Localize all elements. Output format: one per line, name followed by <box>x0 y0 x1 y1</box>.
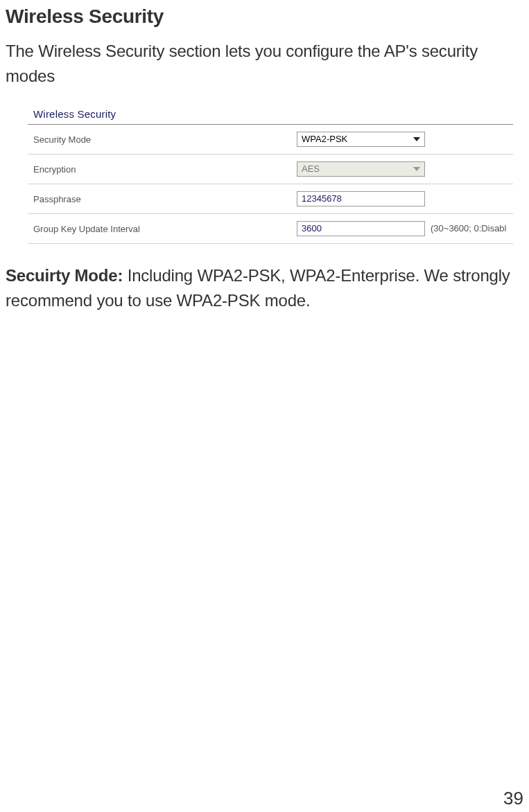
security-mode-label-bold: Secuirty Mode: <box>6 266 128 285</box>
select-encryption-value: AES <box>302 164 320 174</box>
input-passphrase[interactable]: 12345678 <box>297 191 425 206</box>
select-encryption: AES <box>297 161 425 177</box>
page-title: Wireless Security <box>6 6 529 28</box>
hint-group-key: (30~3600; 0:Disabl <box>431 223 507 233</box>
input-group-key[interactable]: 3600 <box>297 221 425 236</box>
row-security-mode: Security Mode WPA2-PSK <box>28 125 513 155</box>
select-security-mode-value: WPA2-PSK <box>302 134 347 144</box>
settings-section-header: Wireless Security <box>28 105 513 125</box>
row-passphrase: Passphrase 12345678 <box>28 184 513 214</box>
chevron-down-icon <box>413 137 420 141</box>
settings-table: Security Mode WPA2-PSK Encryption AES Pa… <box>28 125 513 244</box>
intro-text: The Wireless Security section lets you c… <box>6 39 529 89</box>
label-group-key: Group Key Update Interval <box>28 214 291 244</box>
chevron-down-icon <box>413 167 420 171</box>
settings-screenshot: Wireless Security Security Mode WPA2-PSK… <box>28 105 513 244</box>
row-encryption: Encryption AES <box>28 155 513 184</box>
select-security-mode[interactable]: WPA2-PSK <box>297 132 425 147</box>
security-mode-description: Secuirty Mode: Including WPA2-PSK, WPA2-… <box>6 263 529 313</box>
page-number: 39 <box>503 788 523 809</box>
label-encryption: Encryption <box>28 155 291 184</box>
label-security-mode: Security Mode <box>28 125 291 155</box>
row-group-key: Group Key Update Interval 3600(30~3600; … <box>28 214 513 244</box>
label-passphrase: Passphrase <box>28 184 291 214</box>
